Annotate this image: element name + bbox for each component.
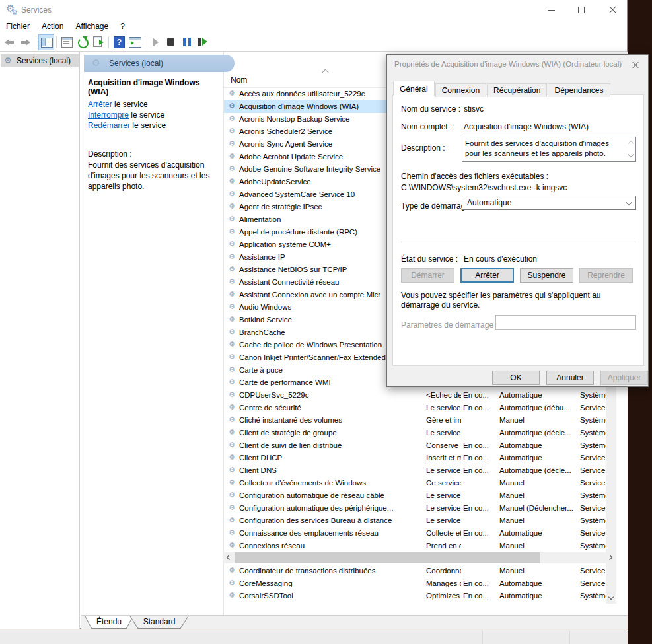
maximize-button[interactable] bbox=[567, 0, 597, 20]
menu-action[interactable]: Action bbox=[36, 20, 69, 33]
link-interrompre[interactable]: Interrompre bbox=[88, 110, 129, 120]
description-textbox[interactable]: Fournit des services d'acquisition d'ima… bbox=[462, 137, 636, 162]
service-row[interactable]: ⚙Client DNSLe service cl...En co...Autom… bbox=[224, 464, 607, 477]
dialog-tab-récupération[interactable]: Récupération bbox=[487, 83, 547, 97]
arrêter-service-button[interactable]: Arrêter bbox=[460, 268, 514, 283]
desktop: { "window": { "title": "Services" }, "me… bbox=[0, 0, 652, 644]
export-list-icon[interactable] bbox=[91, 34, 106, 50]
back-icon[interactable] bbox=[2, 34, 18, 50]
startup-type-select[interactable]: Automatique bbox=[462, 196, 636, 210]
service-gear-icon: ⚙ bbox=[229, 303, 235, 310]
show-console-tree-icon[interactable] bbox=[38, 34, 54, 50]
service-row[interactable]: ⚙Coordinateur de transactions distribuée… bbox=[224, 565, 607, 577]
service-name-label: Nom du service : bbox=[401, 104, 460, 114]
service-gear-icon: ⚙ bbox=[229, 454, 235, 461]
annuler-button[interactable]: Annuler bbox=[546, 371, 594, 385]
service-name-value: stisvc bbox=[464, 104, 484, 114]
service-gear-icon: ⚙ bbox=[229, 391, 235, 398]
service-row[interactable]: ⚙Configuration des services Bureau à dis… bbox=[224, 515, 607, 527]
service-row[interactable]: ⚙Collecteur d'événements de WindowsCe se… bbox=[224, 477, 607, 489]
service-gear-icon: ⚙ bbox=[229, 165, 235, 172]
services-node-icon: ⚙ bbox=[4, 56, 12, 65]
pause-service-icon[interactable] bbox=[179, 34, 195, 50]
link-redémarrer[interactable]: Redémarrer bbox=[88, 121, 130, 130]
service-row[interactable]: ⚙Client DHCPInscrit et m...En co...Autom… bbox=[224, 452, 607, 464]
service-row[interactable]: ⚙Configuration automatique de réseau câb… bbox=[224, 489, 607, 502]
startup-params-input[interactable] bbox=[495, 315, 636, 330]
link-arrêter[interactable]: Arrêter bbox=[88, 100, 112, 109]
service-gear-icon: ⚙ bbox=[229, 190, 235, 197]
taskbar-separator bbox=[482, 631, 483, 644]
startup-params-hint: Vous pouvez spécifier les paramètres qui… bbox=[401, 291, 637, 310]
dialog-description-label: Description : bbox=[401, 143, 445, 153]
service-row[interactable]: ⚙Centre de sécuritéLe service ...En co..… bbox=[224, 402, 607, 414]
scroll-right-button[interactable] bbox=[606, 552, 616, 563]
title-bar: ⚙ ⚙ Services bbox=[0, 0, 627, 20]
service-gear-icon: ⚙ bbox=[229, 404, 235, 411]
properties-dialog: Propriétés de Acquisition d'image Window… bbox=[386, 54, 649, 387]
service-gear-icon: ⚙ bbox=[229, 203, 235, 210]
service-gear-icon: ⚙ bbox=[229, 278, 235, 285]
service-row[interactable]: ⚙Cliché instantané des volumesGère et im… bbox=[224, 414, 607, 427]
startup-params-label: Paramètres de démarrage : bbox=[401, 320, 498, 330]
menu-fichier[interactable]: Fichier bbox=[0, 20, 36, 33]
service-row[interactable]: ⚙Client de suivi de lien distribuéConser… bbox=[224, 439, 607, 452]
taskbar bbox=[0, 629, 628, 644]
services-header-icon: ⚙ bbox=[92, 58, 100, 67]
properties-icon[interactable] bbox=[59, 34, 75, 50]
view-tab-étendu[interactable]: Étendu bbox=[85, 616, 133, 629]
service-link-row: Redémarrer le service bbox=[88, 120, 166, 131]
menu-affichage[interactable]: Affichage bbox=[69, 20, 114, 33]
textbox-scroll-up-icon[interactable] bbox=[628, 141, 634, 146]
scroll-left-button[interactable] bbox=[223, 552, 234, 563]
service-link-row: Arrêter le service bbox=[88, 99, 166, 110]
menu-?[interactable]: ? bbox=[114, 20, 131, 33]
dialog-tab-connexion[interactable]: Connexion bbox=[435, 83, 486, 97]
exe-path-label: Chemin d'accès des fichiers exécutables … bbox=[401, 172, 548, 181]
suspendre-service-button[interactable]: Suspendre bbox=[520, 268, 573, 283]
textbox-scroll-down-icon[interactable] bbox=[628, 152, 634, 157]
help-icon[interactable] bbox=[111, 34, 127, 50]
service-status-label: État du service : bbox=[401, 254, 458, 264]
service-link-row: Interrompre le service bbox=[88, 110, 166, 120]
close-button[interactable] bbox=[598, 0, 628, 20]
service-row[interactable]: ⚙CorsairSSDToolOptimizes S...En co...Aut… bbox=[224, 590, 607, 602]
minimize-button[interactable] bbox=[536, 0, 566, 20]
service-row[interactable]: ⚙CoreMessagingManages co...En co...Autom… bbox=[224, 577, 607, 590]
service-gear-icon: ⚙ bbox=[229, 316, 235, 323]
service-row[interactable]: ⚙Configuration automatique des périphéri… bbox=[224, 502, 607, 515]
service-row[interactable]: ⚙CDPUserSvc_5229c<Echec de l...En co...A… bbox=[224, 389, 607, 402]
service-gear-icon: ⚙ bbox=[229, 466, 235, 474]
toolbar-separator bbox=[145, 36, 145, 48]
service-row[interactable]: ⚙Connaissance des emplacements réseauCol… bbox=[224, 527, 607, 540]
stop-service-icon[interactable] bbox=[163, 34, 179, 50]
selected-service-title: Acquisition d'image Windows (WIA) bbox=[88, 78, 220, 96]
extended-view-pane: ⚙ Services (local) Acquisition d'image W… bbox=[81, 52, 223, 615]
service-gear-icon: ⚙ bbox=[229, 240, 235, 248]
description-label: Description : bbox=[88, 149, 132, 159]
console-tree-pane: ⚙ Services (local) bbox=[0, 52, 80, 629]
dialog-close-icon[interactable] bbox=[627, 59, 644, 72]
forward-icon[interactable] bbox=[18, 34, 34, 50]
ok-button[interactable]: OK bbox=[492, 371, 540, 385]
dialog-tab-dépendances[interactable]: Dépendances bbox=[548, 83, 610, 97]
horizontal-scroll-thumb[interactable] bbox=[235, 552, 540, 563]
scroll-down-button[interactable] bbox=[606, 592, 616, 604]
service-gear-icon: ⚙ bbox=[229, 253, 235, 260]
start-service-icon[interactable] bbox=[147, 34, 163, 50]
service-row[interactable]: ⚙Connexions réseauPrend en ch...ManuelSy… bbox=[224, 540, 607, 552]
column-header-nom[interactable]: Nom bbox=[231, 75, 247, 85]
link-suffix: le service bbox=[129, 110, 164, 120]
tree-item-services-local[interactable]: ⚙ Services (local) bbox=[1, 54, 79, 67]
service-gear-icon: ⚙ bbox=[229, 504, 235, 511]
restart-service-icon[interactable] bbox=[195, 34, 211, 50]
service-gear-icon: ⚙ bbox=[229, 378, 235, 386]
refresh-icon[interactable] bbox=[75, 34, 91, 50]
dialog-tab-général[interactable]: Général bbox=[393, 81, 435, 96]
service-row[interactable]: ⚙Client de stratégie de groupeLe service… bbox=[224, 427, 607, 439]
chevron-down-icon bbox=[626, 200, 632, 205]
horizontal-scrollbar[interactable] bbox=[223, 552, 616, 563]
menu-bar: FichierActionAffichage? bbox=[0, 20, 627, 34]
extended-view-icon[interactable] bbox=[127, 34, 143, 50]
view-tab-standard[interactable]: Standard bbox=[129, 616, 189, 629]
